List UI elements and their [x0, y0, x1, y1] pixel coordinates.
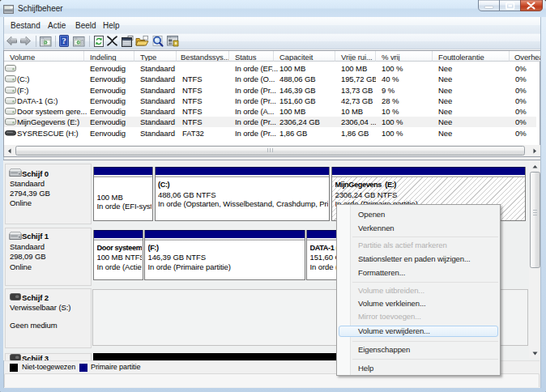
svg-text:?: ?: [62, 36, 66, 45]
